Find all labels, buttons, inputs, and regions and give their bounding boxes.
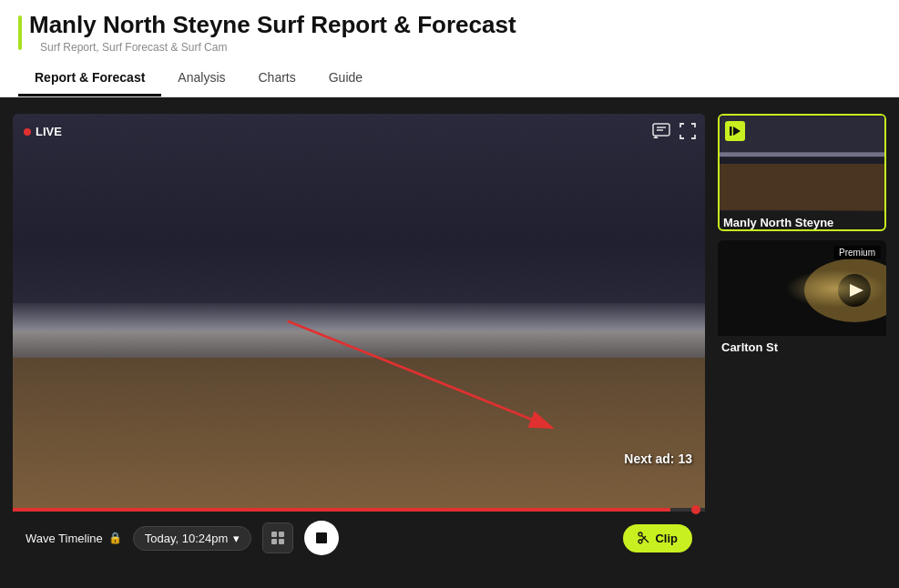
page-title: Manly North Steyne Surf Report & Forecas… xyxy=(29,11,516,39)
tab-analysis[interactable]: Analysis xyxy=(161,61,241,96)
camera-thumb-carlton[interactable]: Premium Carlton St xyxy=(718,240,886,354)
svg-rect-6 xyxy=(271,532,277,537)
camera-thumb-manly[interactable]: Manly North Steyne xyxy=(718,114,886,231)
wave-timeline-label: Wave Timeline 🔒 xyxy=(26,532,122,545)
tab-guide[interactable]: Guide xyxy=(312,61,379,96)
camera-sidebar: Manly North Steyne Premium Carlton St xyxy=(718,114,886,564)
chevron-down-icon: ▾ xyxy=(233,532,240,545)
progress-dot xyxy=(691,505,700,514)
time-selector-value: Today, 10:24pm xyxy=(145,532,229,545)
svg-rect-16 xyxy=(720,152,884,157)
live-badge: LIVE xyxy=(24,125,62,138)
fullscreen-icon-button[interactable] xyxy=(679,123,696,139)
video-top-controls xyxy=(652,123,696,139)
title-area: Manly North Steyne Surf Report & Forecas… xyxy=(18,11,881,54)
bottom-controls: Wave Timeline 🔒 Today, 10:24pm ▾ xyxy=(13,512,705,564)
premium-badge: Premium xyxy=(833,246,881,259)
video-area[interactable]: LIVE xyxy=(13,114,705,508)
next-ad-label: Next ad: 13 xyxy=(624,451,692,466)
camera-2-label: Carlton St xyxy=(718,340,886,354)
stop-button[interactable] xyxy=(304,521,339,555)
svg-rect-10 xyxy=(316,532,327,543)
tab-report-forecast[interactable]: Report & Forecast xyxy=(18,61,161,96)
title-accent xyxy=(18,15,22,50)
svg-point-11 xyxy=(638,532,642,536)
live-label: LIVE xyxy=(36,125,62,138)
main-content: LIVE xyxy=(0,97,899,581)
cam-active-icon xyxy=(725,121,745,141)
beach-noise xyxy=(13,114,705,508)
camera-1-label: Manly North Steyne xyxy=(720,216,884,229)
svg-marker-19 xyxy=(733,127,741,136)
svg-rect-20 xyxy=(730,127,732,136)
cam-preview-carlton: Premium xyxy=(718,240,886,336)
svg-rect-17 xyxy=(720,157,884,164)
svg-point-12 xyxy=(638,540,642,543)
header: Manly North Steyne Surf Report & Forecas… xyxy=(0,0,899,97)
cam-preview-manly xyxy=(720,116,884,211)
svg-marker-24 xyxy=(850,284,863,297)
svg-point-23 xyxy=(838,274,871,307)
chat-icon-button[interactable] xyxy=(652,123,670,139)
wave-timeline-text: Wave Timeline xyxy=(26,532,103,545)
progress-bar-fill xyxy=(13,508,670,512)
lock-icon: 🔒 xyxy=(108,532,122,544)
svg-rect-9 xyxy=(279,539,284,544)
clip-label: Clip xyxy=(655,532,678,545)
time-selector[interactable]: Today, 10:24pm ▾ xyxy=(133,526,252,551)
tab-charts[interactable]: Charts xyxy=(242,61,312,96)
svg-rect-18 xyxy=(720,164,884,210)
live-dot xyxy=(24,128,31,136)
progress-bar[interactable] xyxy=(13,508,705,512)
svg-rect-8 xyxy=(271,539,277,544)
page-subtitle: Surf Report, Surf Forecast & Surf Cam xyxy=(40,41,516,54)
video-player: LIVE xyxy=(13,114,705,564)
clip-button[interactable]: Clip xyxy=(623,524,692,553)
svg-rect-7 xyxy=(279,532,284,537)
grid-view-button[interactable] xyxy=(262,522,293,553)
nav-tabs: Report & Forecast Analysis Charts Guide xyxy=(18,61,881,96)
